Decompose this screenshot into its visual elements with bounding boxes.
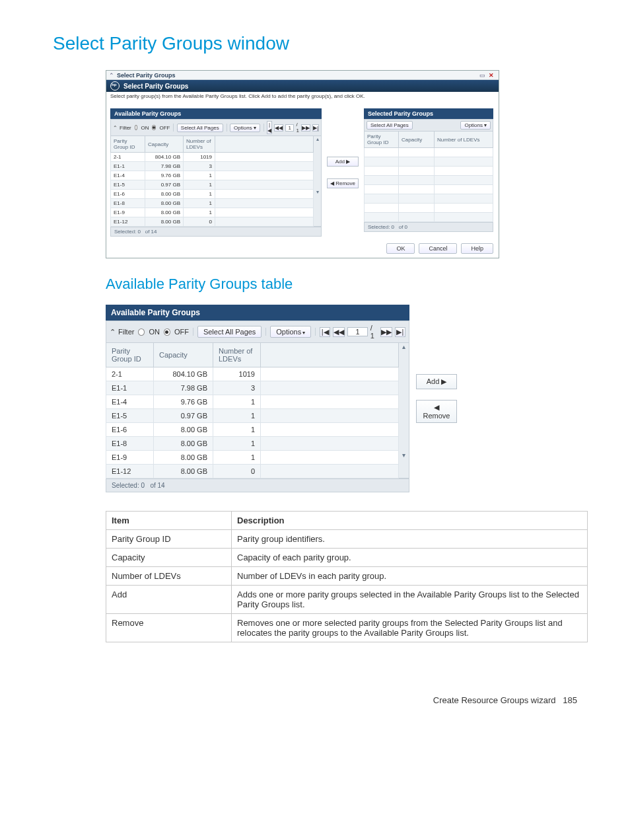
table-row: E1-50.97 GB1 [111, 180, 314, 190]
table-row: E1-50.97 GB1 [106, 409, 399, 423]
page-footer: Create Resource Groups wizard 185 [53, 695, 577, 705]
ok-button[interactable]: OK [386, 243, 415, 254]
page-title: Select Parity Groups window [53, 33, 577, 54]
col-parity-group-id[interactable]: Parity Group ID [365, 132, 399, 148]
remove-button[interactable]: ◀ Remove [327, 178, 359, 188]
table-row: E1-49.76 GB1 [106, 395, 399, 409]
select-all-pages-button[interactable]: Select All Pages [367, 121, 413, 130]
filter-collapse-icon[interactable]: ⌃ [110, 328, 116, 336]
table-row: CapacityCapacity of each parity group. [106, 549, 588, 567]
select-all-pages-button[interactable]: Select All Pages [177, 124, 223, 132]
table-row: E1-49.76 GB1 [111, 171, 314, 180]
pager-total-pages: / 1 [296, 122, 298, 134]
window-instruction: Select parity group(s) from the Availabl… [106, 92, 499, 106]
table-row [365, 204, 493, 213]
available-panel-header: Available Parity Groups [106, 305, 409, 321]
scrollbar[interactable]: ▴▾ [399, 342, 409, 478]
pager-first-icon[interactable]: |◀ [320, 327, 330, 337]
filter-on-label: ON [141, 125, 149, 131]
pager-current-page[interactable]: 1 [285, 124, 294, 132]
description-table: Item Description Parity Group IDParity g… [106, 511, 588, 642]
filter-off-radio[interactable] [152, 125, 156, 130]
selected-panel-header: Selected Parity Groups [364, 108, 493, 119]
table-row [365, 213, 493, 222]
filter-on-radio[interactable] [135, 125, 138, 130]
table-row [365, 148, 493, 157]
window-maximize-icon[interactable]: ▭ [477, 72, 487, 79]
scrollbar[interactable]: ▴▾ [314, 135, 322, 227]
select-all-pages-button[interactable]: Select All Pages [197, 326, 262, 338]
remove-button[interactable]: ◀ Remove [416, 400, 457, 423]
selected-groups-table[interactable]: Parity Group ID Capacity Number of LDEVs [364, 131, 493, 222]
filter-on-radio[interactable] [138, 328, 145, 336]
table-row: Number of LDEVsNumber of LDEVs in each p… [106, 567, 588, 586]
pager-next-icon[interactable]: ▶▶ [380, 327, 392, 337]
pager-total-pages: / 1 [370, 324, 378, 340]
filter-on-label: ON [149, 328, 160, 336]
filter-off-label: OFF [159, 125, 170, 131]
table-row: AddAdds one or more parity groups select… [106, 586, 588, 614]
table-row: E1-98.00 GB1 [106, 451, 399, 465]
col-num-ldevs[interactable]: Number of LDEVs [435, 132, 493, 148]
available-groups-table[interactable]: Parity Group ID Capacity Number of LDEVs… [110, 135, 314, 227]
filter-off-label: OFF [174, 328, 189, 336]
available-parity-groups-panel: Available Parity Groups ⌃ Filter ON OFF … [106, 305, 409, 492]
pager-next-icon[interactable]: ▶▶ [301, 124, 310, 132]
pager-last-icon[interactable]: ▶| [395, 327, 405, 337]
table-row: E1-68.00 GB1 [106, 423, 399, 437]
window-close-icon[interactable]: ✕ [487, 72, 496, 79]
add-button[interactable]: Add ▶ [416, 374, 457, 389]
table-row: E1-128.00 GB0 [111, 217, 314, 227]
table-row: 2-1804.10 GB1019 [111, 153, 314, 162]
section-available-table: Available Parity Groups table [106, 276, 577, 293]
table-row [365, 157, 493, 167]
add-button[interactable]: Add ▶ [327, 157, 359, 167]
select-parity-groups-window: ⌃ Select Parity Groups ▭ ✕ Select Parity… [106, 70, 499, 258]
col-parity-group-id[interactable]: Parity Group ID [106, 343, 154, 367]
pager-prev-icon[interactable]: ◀◀ [333, 327, 345, 337]
table-row: E1-17.98 GB3 [111, 162, 314, 171]
table-row: Parity Group IDParity group identifiers. [106, 530, 588, 549]
pager-first-icon[interactable]: |◀ [267, 121, 272, 134]
table-row: 2-1804.10 GB1019 [106, 367, 399, 381]
pager-prev-icon[interactable]: ◀◀ [274, 124, 283, 132]
table-row: E1-88.00 GB1 [111, 199, 314, 208]
available-groups-table[interactable]: Parity Group ID Capacity Number of LDEVs… [106, 342, 399, 478]
table-row: E1-128.00 GB0 [106, 465, 399, 478]
collapse-icon[interactable]: ⌃ [109, 72, 114, 79]
table-row [365, 194, 493, 204]
options-button[interactable]: Options▾ [270, 326, 311, 338]
col-capacity[interactable]: Capacity [399, 132, 435, 148]
col-item: Item [106, 512, 232, 530]
col-description: Description [232, 512, 588, 530]
help-button[interactable]: Help [461, 243, 493, 254]
cancel-button[interactable]: Cancel [419, 243, 457, 254]
filter-label: Filter [118, 328, 134, 336]
table-row [365, 167, 493, 176]
table-row [365, 185, 493, 194]
col-capacity[interactable]: Capacity [154, 343, 213, 367]
filter-off-radio[interactable] [164, 328, 170, 336]
pager-last-icon[interactable]: ▶| [312, 124, 319, 132]
hp-logo-icon [110, 81, 120, 91]
options-button[interactable]: Options▾ [230, 124, 260, 132]
filter-collapse-icon[interactable]: ⌃ [113, 125, 118, 131]
col-num-ldevs[interactable]: Number of LDEVs [184, 136, 215, 153]
col-num-ldevs[interactable]: Number of LDEVs [213, 343, 261, 367]
options-button[interactable]: Options▾ [460, 121, 491, 130]
filter-label: Filter [120, 125, 131, 131]
col-parity-group-id[interactable]: Parity Group ID [111, 136, 145, 153]
pager-current-page[interactable]: 1 [347, 327, 368, 336]
table-row: E1-17.98 GB3 [106, 381, 399, 395]
table-row: E1-98.00 GB1 [111, 208, 314, 217]
window-header-text: Select Parity Groups [123, 83, 188, 90]
table-row: RemoveRemoves one or more selected parit… [106, 614, 588, 642]
available-panel-header: Available Parity Groups [110, 108, 322, 119]
table-row: E1-88.00 GB1 [106, 437, 399, 451]
table-row [365, 176, 493, 185]
window-titlebar-text: Select Parity Groups [117, 72, 477, 79]
table-row: E1-68.00 GB1 [111, 190, 314, 199]
col-capacity[interactable]: Capacity [145, 136, 184, 153]
